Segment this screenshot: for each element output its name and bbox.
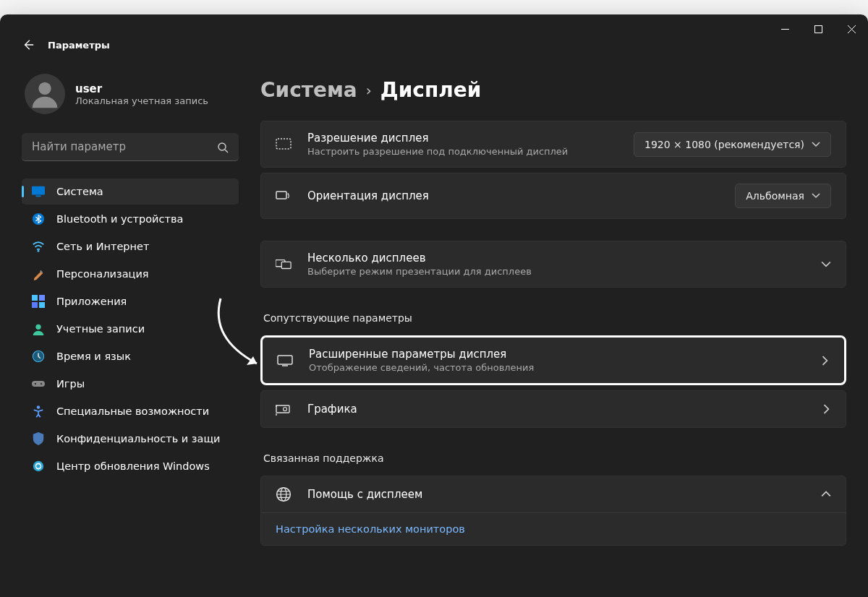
sidebar-item-update[interactable]: Центр обновления Windows [22,453,239,479]
related-heading: Сопутствующие параметры [263,312,846,324]
card-title: Расширенные параметры дисплея [309,348,805,361]
globe-icon [276,486,292,502]
svg-rect-7 [32,295,38,301]
sidebar-item-accessibility[interactable]: Специальные возможности [22,398,239,424]
link-text: Настройка нескольких мониторов [276,523,465,535]
maximize-button[interactable] [801,14,835,43]
chevron-down-icon [812,192,820,200]
sidebar-item-label: Время и язык [56,351,131,362]
chevron-right-icon [821,356,830,366]
search-input[interactable] [22,133,239,161]
graphics-icon [276,401,292,417]
resolution-card[interactable]: Разрешение дисплея Настроить разрешение … [260,121,846,168]
chevron-right-icon [822,404,831,414]
orientation-card[interactable]: Ориентация дисплея Альбомная [260,173,846,219]
search-icon [217,142,229,153]
update-icon [32,460,45,473]
orientation-select[interactable]: Альбомная [735,184,831,208]
chevron-up-icon [821,489,831,499]
minimize-button[interactable] [768,14,801,43]
sidebar-item-privacy[interactable]: Конфиденциальность и защи [22,426,239,452]
card-subtitle: Отображение сведений, частота обновления [309,362,805,373]
bluetooth-icon [32,212,45,226]
chevron-down-icon [812,140,820,149]
avatar [25,74,65,114]
sidebar-item-label: Игры [56,378,85,390]
main-pane: Система › Дисплей Разрешение дисплея Нас… [260,74,846,597]
card-subtitle: Настроить разрешение под подключенный ди… [307,146,618,157]
chevron-down-icon [821,259,831,270]
svg-point-16 [41,383,42,385]
sidebar-item-label: Сеть и Интернет [56,241,149,252]
breadcrumb: Система › Дисплей [260,78,846,102]
person-icon [32,322,45,335]
apps-icon [32,295,45,308]
card-title: Разрешение дисплея [307,132,618,145]
breadcrumb-parent[interactable]: Система [260,78,357,102]
svg-point-15 [35,383,36,385]
shield-icon [32,432,45,445]
svg-rect-23 [278,356,292,364]
user-subtitle: Локальная учетная запись [75,95,208,106]
svg-rect-8 [39,295,45,301]
svg-rect-0 [814,25,822,33]
svg-rect-10 [39,302,45,308]
chevron-right-icon: › [366,82,372,99]
brush-icon [32,267,45,280]
header: Параметры [22,30,846,59]
multiple-displays-card[interactable]: Несколько дисплеев Выберите режим презен… [260,241,846,288]
svg-point-2 [218,143,226,150]
advanced-display-card[interactable]: Расширенные параметры дисплея Отображени… [260,335,846,385]
clock-icon [32,350,45,363]
svg-point-25 [284,408,287,411]
back-icon[interactable] [22,38,35,51]
svg-point-1 [38,82,51,95]
card-subtitle: Выберите режим презентации для дисплеев [307,266,805,277]
sidebar-item-label: Персонализация [56,268,149,280]
sidebar-item-time[interactable]: Время и язык [22,343,239,369]
sidebar-item-gaming[interactable]: Игры [22,371,239,397]
help-link-multiple-monitors[interactable]: Настройка нескольких мониторов [261,512,846,545]
sidebar-item-system[interactable]: Система [22,179,239,205]
accessibility-icon [32,405,45,418]
svg-rect-3 [32,186,45,195]
sidebar-item-label: Центр обновления Windows [56,460,210,472]
settings-window: Параметры user Локальная учетная запись … [0,14,868,597]
svg-rect-19 [276,139,291,149]
user-name: user [75,82,208,95]
sidebar-item-label: Система [56,186,103,197]
help-display-card[interactable]: Помощь с дисплеем [261,476,846,512]
sidebar-item-accounts[interactable]: Учетные записи [22,316,239,342]
svg-point-18 [33,461,43,471]
svg-point-17 [37,405,41,409]
sidebar-item-label: Конфиденциальность и защи [56,433,221,444]
select-value: 1920 × 1080 (рекомендуется) [644,139,804,150]
graphics-card[interactable]: Графика [260,390,846,428]
card-title: Несколько дисплеев [307,252,805,265]
app-title: Параметры [48,40,110,51]
sidebar-item-label: Bluetooth и устройства [56,213,183,225]
resolution-select[interactable]: 1920 × 1080 (рекомендуется) [634,132,831,157]
resolution-icon [276,137,292,153]
card-title: Ориентация дисплея [307,189,719,202]
profile-block[interactable]: user Локальная учетная запись [22,74,239,114]
close-button[interactable] [835,14,868,43]
sidebar-item-label: Учетные записи [56,323,145,335]
sidebar: user Локальная учетная запись Система Bl… [22,74,239,597]
sidebar-item-apps[interactable]: Приложения [22,288,239,314]
sidebar-item-label: Специальные возможности [56,405,209,417]
svg-rect-22 [281,262,291,268]
monitor-icon [32,185,45,198]
svg-rect-20 [276,192,286,199]
support-heading: Связанная поддержка [263,452,846,464]
display-icon [277,353,293,369]
displays-icon [276,257,292,272]
svg-rect-9 [32,302,38,308]
sidebar-item-network[interactable]: Сеть и Интернет [22,233,239,259]
sidebar-item-label: Приложения [56,296,127,307]
svg-rect-14 [32,381,45,387]
card-title: Графика [307,403,807,416]
sidebar-item-personalization[interactable]: Персонализация [22,261,239,287]
select-value: Альбомная [746,190,804,202]
sidebar-item-bluetooth[interactable]: Bluetooth и устройства [22,206,239,232]
